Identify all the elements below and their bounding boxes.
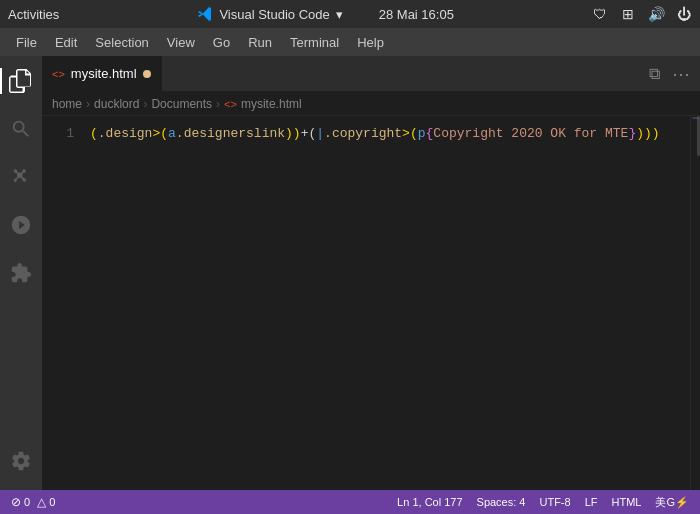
menu-view[interactable]: View [159,32,203,53]
explorer-icon[interactable] [0,60,42,102]
breadcrumb-sep-2: › [143,97,147,111]
status-language[interactable]: HTML [608,496,644,508]
code-paren-2: >( [152,124,168,144]
run-activity-icon[interactable] [0,204,42,246]
app-name-label: Visual Studio Code [219,7,329,22]
status-bar: ⊘ 0 △ 0 Ln 1, Col 177 Spaces: 4 UTF-8 LF… [0,490,700,514]
code-content[interactable]: (.design>(a.designerslink))+(|.copyright… [86,116,690,490]
code-bracket-close: ) [652,124,660,144]
code-paren-4: >( [402,124,418,144]
app-dropdown-icon[interactable]: ▾ [336,7,343,22]
audio-icon[interactable]: 🔊 [648,6,664,22]
menu-run[interactable]: Run [240,32,280,53]
extensions-activity-icon[interactable] [0,252,42,294]
split-editor-button[interactable]: ⧉ [645,63,664,85]
menu-terminal[interactable]: Terminal [282,32,347,53]
breadcrumb-sep-1: › [86,97,90,111]
status-ln-col[interactable]: Ln 1, Col 177 [394,496,465,508]
code-curly-close: } [628,124,636,144]
status-encoding[interactable]: UTF-8 [536,496,573,508]
status-bar-right: Ln 1, Col 177 Spaces: 4 UTF-8 LF HTML 美G… [394,495,692,510]
code-curly-open: { [426,124,434,144]
menu-help[interactable]: Help [349,32,392,53]
search-activity-icon[interactable] [0,108,42,150]
status-extras[interactable]: 美G⚡ [652,495,692,510]
network-icon[interactable]: ⊞ [620,6,636,22]
breadcrumb-home[interactable]: home [52,97,82,111]
vscode-app-icon [197,6,213,22]
code-selector-1: .design [98,124,153,144]
menu-bar: File Edit Selection View Go Run Terminal… [0,28,700,56]
line-number-1: 1 [42,124,74,144]
code-plus: +( [301,124,317,144]
settings-activity-icon[interactable] [0,440,42,482]
code-text: Copyright 2020 OK for MTE [433,124,628,144]
activity-bar [0,56,42,490]
vscode-window: File Edit Selection View Go Run Terminal… [0,28,700,514]
system-bar-left: Activities [8,7,59,22]
menu-file[interactable]: File [8,32,45,53]
breadcrumb-html-icon: <> [224,98,237,110]
power-icon[interactable]: ⏻ [676,6,692,22]
code-line-1: (.design>(a.designerslink))+(|.copyright… [90,124,690,144]
system-bar-center: Visual Studio Code ▾ 28 Mai 16:05 [197,6,454,22]
code-tag-2: p [418,124,426,144]
code-selector-3: .copyright [324,124,402,144]
status-line-ending[interactable]: LF [582,496,601,508]
code-tag-1: a [168,124,176,144]
system-bar: Activities Visual Studio Code ▾ 28 Mai 1… [0,0,700,28]
activities-label[interactable]: Activities [8,7,59,22]
error-icon: ⊘ [11,495,21,509]
minimap [690,116,700,490]
editor-area: <> mysite.html ⧉ ⋯ home › ducklord › Doc… [42,56,700,490]
breadcrumb-documents[interactable]: Documents [151,97,212,111]
status-bar-left: ⊘ 0 △ 0 [8,495,58,509]
datetime-label: 28 Mai 16:05 [379,7,454,22]
tab-bar: <> mysite.html ⧉ ⋯ [42,56,700,92]
line-numbers: 1 [42,116,86,490]
code-area[interactable]: 1 (.design>(a.designerslink))+(|.copyrig… [42,116,700,490]
menu-selection[interactable]: Selection [87,32,156,53]
tab-mysite-html[interactable]: <> mysite.html [42,56,162,91]
more-actions-button[interactable]: ⋯ [668,61,694,87]
error-count: 0 [24,496,30,508]
code-bracket-open: | [316,124,324,144]
tab-filename: mysite.html [71,66,137,81]
code-paren-5: )) [636,124,652,144]
system-bar-right: 🛡 ⊞ 🔊 ⏻ [592,6,692,22]
status-spaces[interactable]: Spaces: 4 [474,496,529,508]
code-paren-open: ( [90,124,98,144]
main-area: <> mysite.html ⧉ ⋯ home › ducklord › Doc… [0,56,700,490]
breadcrumb-ducklord[interactable]: ducklord [94,97,139,111]
code-paren-3: )) [285,124,301,144]
breadcrumb-filename[interactable]: mysite.html [241,97,302,111]
menu-go[interactable]: Go [205,32,238,53]
breadcrumb-sep-3: › [216,97,220,111]
tab-actions: ⧉ ⋯ [645,56,700,91]
tab-html-icon: <> [52,68,65,80]
menu-edit[interactable]: Edit [47,32,85,53]
warning-count: 0 [49,496,55,508]
breadcrumb: home › ducklord › Documents › <> mysite.… [42,92,700,116]
tab-modified-dot [143,70,151,78]
source-control-activity-icon[interactable] [0,156,42,198]
warning-icon: △ [37,495,46,509]
shield-icon[interactable]: 🛡 [592,6,608,22]
status-errors[interactable]: ⊘ 0 △ 0 [8,495,58,509]
code-selector-2: .designerslink [176,124,285,144]
